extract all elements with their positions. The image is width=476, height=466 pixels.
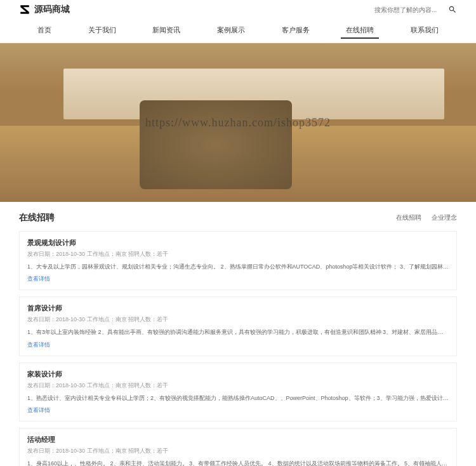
job-meta: 发布日期：2018-10-30 工作地点：南京 招聘人数：若干 (27, 447, 449, 455)
job-card: 首席设计师发布日期：2018-10-30 工作地点：南京 招聘人数：若干1、有3… (19, 296, 457, 356)
job-meta: 发布日期：2018-10-30 工作地点：南京 招聘人数：若干 (27, 316, 449, 324)
nav-item-0[interactable]: 首页 (32, 23, 56, 39)
search-box[interactable] (374, 5, 457, 14)
job-card: 景观规划设计师发布日期：2018-10-30 工作地点：南京 招聘人数：若干1、… (19, 231, 457, 290)
job-card: 活动经理发布日期：2018-10-30 工作地点：南京 招聘人数：若干1、身高1… (19, 428, 457, 466)
job-title: 家装设计师 (27, 369, 449, 379)
job-detail-link[interactable]: 查看详情 (27, 275, 449, 283)
nav-item-5[interactable]: 在线招聘 (341, 23, 379, 39)
nav-item-6[interactable]: 联系我们 (406, 23, 444, 39)
job-title: 景观规划设计师 (27, 238, 449, 248)
job-detail-link[interactable]: 查看详情 (27, 406, 449, 415)
job-card: 家装设计师发布日期：2018-10-30 工作地点：南京 招聘人数：若干1、熟悉… (19, 363, 457, 422)
sub-tab-0[interactable]: 在线招聘 (396, 213, 421, 222)
job-desc: 1、有3年以上室内装饰经验 2、具有能出手画、有较强的协调沟通能力和服务意识，具… (27, 328, 449, 336)
main-nav: 首页关于我们新闻资讯案例展示客户服务在线招聘联系我们 (0, 19, 476, 43)
nav-item-3[interactable]: 案例展示 (212, 23, 250, 39)
job-meta: 发布日期：2018-10-30 工作地点：南京 招聘人数：若干 (27, 382, 449, 390)
job-desc: 1、大专及以上学历，园林景观设计、规划设计相关专业；沟通生态专业向。 2、熟练掌… (27, 262, 449, 271)
job-desc: 1、身高160以上，、性格外向。 2、亲和主持、活动策划能力。 3、有带领工作经… (27, 459, 449, 466)
sub-tabs: 在线招聘企业理念 (396, 213, 457, 222)
job-title: 首席设计师 (27, 303, 449, 313)
nav-item-4[interactable]: 客户服务 (277, 23, 315, 39)
logo-text: 源码商城 (34, 4, 70, 15)
search-icon[interactable] (448, 5, 457, 14)
page-title: 在线招聘 (19, 212, 55, 223)
hero-banner: https://www.huzhan.com/ishop3572 (0, 43, 476, 202)
search-input[interactable] (374, 6, 444, 13)
job-title: 活动经理 (27, 435, 449, 444)
watermark: https://www.huzhan.com/ishop3572 (145, 116, 331, 130)
logo[interactable]: 源码商城 (19, 4, 70, 15)
job-detail-link[interactable]: 查看详情 (27, 341, 449, 349)
job-desc: 1、熟悉设计、室内设计相关专业专科以上学历；2、有较强的视觉搭配能力，能熟练操作… (27, 394, 449, 403)
logo-icon (19, 4, 30, 15)
nav-item-2[interactable]: 新闻资讯 (147, 23, 185, 39)
sub-tab-1[interactable]: 企业理念 (432, 213, 457, 222)
nav-item-1[interactable]: 关于我们 (83, 23, 121, 39)
job-meta: 发布日期：2018-10-30 工作地点：南京 招聘人数：若干 (27, 250, 449, 258)
